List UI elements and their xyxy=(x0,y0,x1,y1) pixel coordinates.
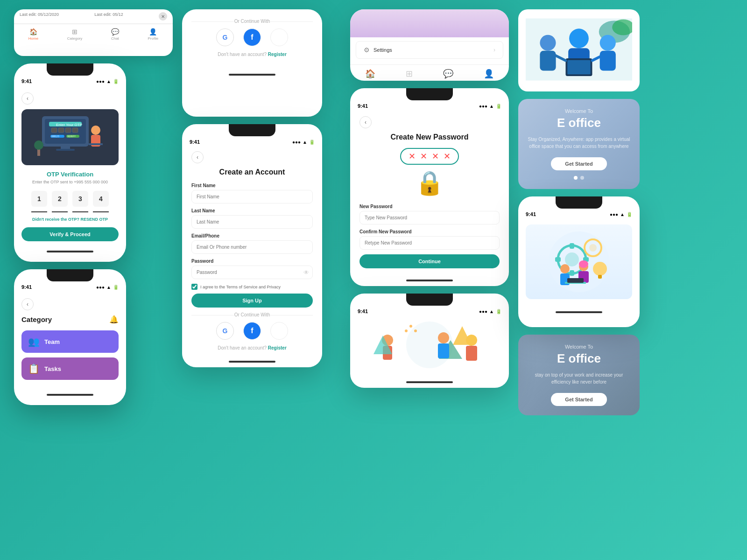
svg-point-25 xyxy=(438,332,449,343)
category-back-button[interactable]: ‹ xyxy=(21,298,34,310)
profile-nav-chat-icon[interactable]: 💬 xyxy=(443,69,453,79)
new-password-content: ‹ Create New Password ✕ ✕ ✕ ✕ 🔒 New Pass… xyxy=(350,112,509,276)
get-started-button-1[interactable]: Get Started xyxy=(551,157,606,170)
notification-bell-icon[interactable]: 🔔 xyxy=(109,315,119,324)
new-password-status-icons: ●●● ▲ 🔋 xyxy=(479,104,501,109)
tasks-icon: 📋 xyxy=(28,363,40,374)
svg-point-18 xyxy=(34,140,43,150)
continue-button[interactable]: Continue xyxy=(359,254,500,268)
svg-rect-40 xyxy=(600,51,616,71)
get-started-button-2[interactable]: Get Started xyxy=(551,393,606,406)
terms-checkbox[interactable] xyxy=(191,284,197,290)
otp-box-2[interactable]: 2 xyxy=(52,191,68,207)
settings-left: ⚙ Settings xyxy=(364,46,392,54)
eoffice-title-1: E office xyxy=(528,116,630,130)
settings-label: Settings xyxy=(374,47,392,53)
google-button-2[interactable]: G xyxy=(216,322,234,340)
confirm-password-field-group: Confirm New Password xyxy=(359,229,500,250)
gear-wifi-icon: ▲ xyxy=(620,212,625,217)
profile-nav-profile-icon[interactable]: 👤 xyxy=(484,69,494,79)
category-item-tasks[interactable]: 📋 Tasks xyxy=(21,357,119,380)
phone-signin-top: Or Continue With G f Don't have an accou… xyxy=(182,9,322,117)
adventure-status-bar: 9:41 ●●● ▲ 🔋 xyxy=(350,306,509,317)
ca-signal-icon: ●●● xyxy=(292,140,301,145)
lastname-input[interactable] xyxy=(191,215,313,229)
category-time: 9:41 xyxy=(21,284,32,290)
gear-signal-icon: ●●● xyxy=(610,212,618,217)
close-button[interactable]: ✕ xyxy=(159,12,167,21)
new-password-back-button[interactable]: ‹ xyxy=(359,116,372,128)
nav-chat[interactable]: 💬 Chat xyxy=(111,28,119,41)
category-signal-icon: ●●● xyxy=(96,285,105,290)
create-account-back-button[interactable]: ‹ xyxy=(191,151,204,163)
nav-home[interactable]: 🏠 Home xyxy=(28,28,38,41)
last-edit-1: Last edit: 05/12/2020 xyxy=(20,12,59,21)
apple-button-2[interactable] xyxy=(270,322,288,340)
otp-box-3[interactable]: 3 xyxy=(72,191,88,207)
svg-point-29 xyxy=(405,329,408,332)
google-button[interactable]: G xyxy=(216,28,234,46)
adv-battery-icon: 🔋 xyxy=(496,309,501,314)
column-4: Welcome To E office Stay Organized, Anyw… xyxy=(518,9,640,415)
apple-button[interactable] xyxy=(270,28,288,46)
adventure-illustration-container xyxy=(350,317,509,378)
last-edit-2: Last edit: 05/12 xyxy=(94,12,123,21)
profile-nav-category-icon[interactable]: ⊞ xyxy=(406,69,413,79)
password-label: Password xyxy=(191,259,313,264)
eoffice-panel-1: Welcome To E office Stay Organized, Anyw… xyxy=(518,99,640,189)
signup-button[interactable]: Sign Up xyxy=(191,294,313,308)
facebook-button[interactable]: f xyxy=(243,28,261,46)
register-link[interactable]: Register xyxy=(268,52,287,57)
adventure-home-indicator xyxy=(406,381,453,383)
signin-divider: Or Continue With xyxy=(191,19,313,24)
nav-profile[interactable]: 👤 Profile xyxy=(148,28,159,41)
settings-item[interactable]: ⚙ Settings › xyxy=(356,41,503,59)
gear-status-bar: 9:41 ●●● ▲ 🔋 xyxy=(518,209,640,220)
nav-profile-label: Profile xyxy=(148,36,159,41)
gear-home-indicator xyxy=(556,311,602,313)
create-account-title: Create an Account xyxy=(191,168,313,176)
new-password-field-input[interactable] xyxy=(359,211,500,224)
eoffice-welcome-2: Welcome To xyxy=(528,344,630,350)
gear-content xyxy=(518,220,640,308)
chat-icon: 💬 xyxy=(111,28,119,35)
email-input[interactable] xyxy=(191,240,313,254)
svg-point-14 xyxy=(91,126,100,135)
resend-link[interactable]: RESEND OTP xyxy=(81,217,108,222)
otp-box-1[interactable]: 1 xyxy=(31,191,47,207)
svg-rect-48 xyxy=(570,243,574,249)
verify-proceed-button[interactable]: Verify & Proceed xyxy=(21,227,119,241)
gear-battery-icon: 🔋 xyxy=(627,212,632,217)
svg-point-37 xyxy=(569,28,589,48)
svg-point-39 xyxy=(600,35,616,51)
otp-box-4[interactable]: 4 xyxy=(93,191,109,207)
password-eye-icon[interactable]: 👁 xyxy=(303,269,309,276)
dot-2 xyxy=(580,176,584,180)
category-item-team[interactable]: 👥 Team xyxy=(21,330,119,353)
confirm-password-input[interactable] xyxy=(359,236,500,250)
new-password-home-indicator xyxy=(406,280,453,281)
nav-category[interactable]: ⊞ Category xyxy=(67,28,82,41)
facebook-button-2[interactable]: f xyxy=(243,322,261,340)
category-tasks-label: Tasks xyxy=(44,365,61,372)
home-icon: 🏠 xyxy=(29,28,37,35)
svg-rect-6 xyxy=(65,128,71,133)
svg-text:Enter Your OTP: Enter Your OTP xyxy=(56,123,82,127)
register-link-2[interactable]: Register xyxy=(268,345,287,350)
otp-back-button[interactable]: ‹ xyxy=(21,92,34,105)
otp-illustration: Enter Your OTP 088123 VERIFY xyxy=(21,109,119,165)
otp-input-boxes: 1 2 3 4 xyxy=(21,191,119,207)
create-account-status-icons: ●●● ▲ 🔋 xyxy=(292,140,315,145)
signin-register-text: Don't have an account? Register xyxy=(191,52,313,57)
np-signal-icon: ●●● xyxy=(479,104,487,109)
profile-nav-home-icon[interactable]: 🏠 xyxy=(365,69,375,79)
svg-point-35 xyxy=(540,35,556,51)
gear-illustration xyxy=(526,224,632,299)
team-svg xyxy=(526,17,632,82)
adventure-status-icons: ●●● ▲ 🔋 xyxy=(479,309,501,314)
password-input[interactable] xyxy=(191,266,313,279)
otp-resend-text: Didn't receive the OTP? RESEND OTP xyxy=(21,217,119,222)
svg-point-27 xyxy=(466,335,477,346)
firstname-input[interactable] xyxy=(191,190,313,203)
category-status-icons: ●●● ▲ 🔋 xyxy=(96,285,119,290)
